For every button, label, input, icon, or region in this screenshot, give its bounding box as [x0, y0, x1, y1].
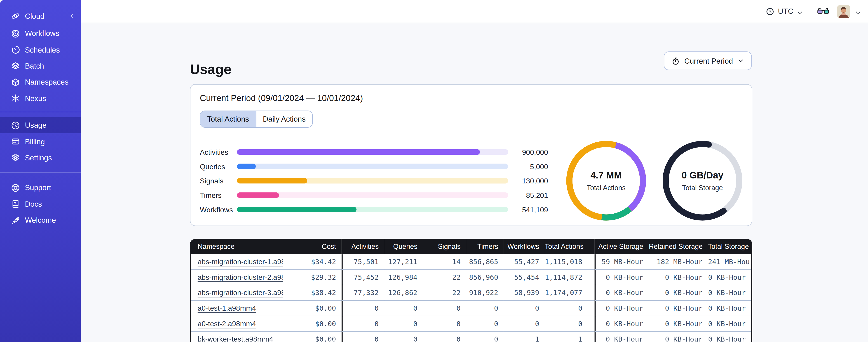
- donut-value: 4.7 MM: [591, 170, 622, 181]
- sidebar-item-nexus[interactable]: Nexus: [0, 91, 81, 107]
- table-cell: 0 KB-Hour: [708, 270, 751, 285]
- table-cell: 0: [423, 301, 466, 316]
- table-cell: 0: [423, 332, 466, 342]
- namespace-link[interactable]: abs-migration-cluster-3.a98mm4: [198, 288, 283, 297]
- table-cell: 1: [504, 332, 545, 342]
- sidebar-item-label: Schedules: [25, 45, 60, 54]
- table-cell: 0 KB-Hour: [649, 301, 708, 316]
- sidebar-brand-cloud[interactable]: Cloud: [0, 6, 81, 25]
- demo-glasses-icon[interactable]: [817, 6, 829, 16]
- donut-center-text: 0 GB/DayTotal Storage: [663, 141, 742, 220]
- total-actions-donut: 4.7 MMTotal Actions: [566, 141, 646, 220]
- action-bars-chart: Activities900,000Queries5,000Signals130,…: [200, 145, 550, 217]
- sidebar-item-label: Batch: [25, 62, 44, 70]
- namespaces-icon: [11, 78, 20, 87]
- table-cell: 1,114,872: [545, 270, 595, 285]
- namespace-cell: abs-migration-cluster-3.a98mm4: [191, 285, 283, 301]
- column-header-total-storage: Total Storage: [708, 239, 751, 254]
- namespace-link[interactable]: a0-test-1.a98mm4: [198, 304, 256, 312]
- user-menu-chevron-down-icon[interactable]: [855, 8, 861, 15]
- bar-fill: [237, 164, 256, 169]
- table-row: a0-test-1.a98mm4$0.000000000 KB-Hour0 KB…: [191, 301, 751, 316]
- table-cell: 1,174,077: [545, 285, 595, 301]
- table-cell: 126,984: [384, 270, 423, 285]
- sidebar-item-batch[interactable]: Batch: [0, 58, 81, 74]
- namespace-link[interactable]: a0-test-2.a98mm4: [198, 319, 256, 328]
- sidebar-section-nav: WorkflowsSchedulesBatchNamespacesNexus: [0, 26, 81, 107]
- namespace-link[interactable]: abs-migration-cluster-2.a98mm4: [198, 273, 283, 281]
- sidebar-item-support[interactable]: Support: [0, 180, 81, 196]
- table-cell: 0: [384, 301, 423, 316]
- sidebar-divider: [0, 112, 81, 112]
- usage-bar-row-timers: Timers85,201: [200, 188, 550, 202]
- column-header-cost: Cost: [283, 239, 342, 254]
- table-cell: 0: [545, 301, 595, 316]
- table-cell: $38.42: [283, 285, 342, 301]
- current-period-card: Current Period (09/01/2024 — 10/01/2024)…: [190, 84, 752, 226]
- table-cell: 0: [423, 316, 466, 332]
- usage-charts: Activities900,000Queries5,000Signals130,…: [200, 141, 742, 220]
- timezone-selector[interactable]: UTC: [766, 7, 803, 16]
- usage-bar-row-signals: Signals130,000: [200, 173, 550, 188]
- workflows-icon: [11, 29, 20, 38]
- chevron-down-icon: [797, 8, 803, 15]
- table-cell: 77,332: [342, 285, 384, 301]
- bar-track: [237, 207, 508, 212]
- avatar[interactable]: [837, 5, 850, 18]
- table-cell: 14: [423, 254, 466, 270]
- table-cell: 127,211: [384, 254, 423, 270]
- table-cell: 75,452: [342, 270, 384, 285]
- bar-label: Workflows: [200, 205, 237, 214]
- sidebar-item-label: Nexus: [25, 94, 46, 103]
- namespace-usage-table-wrap: NamespaceCostActivitiesQueriesSignalsTim…: [190, 239, 752, 342]
- table-cell: 0 KB-Hour: [708, 285, 751, 301]
- table-cell: 1: [545, 332, 595, 342]
- table-cell: 856,865: [466, 254, 504, 270]
- table-cell: 910,922: [466, 285, 504, 301]
- sidebar-item-label: Usage: [25, 121, 46, 130]
- table-cell: 126,862: [384, 285, 423, 301]
- sidebar-item-welcome[interactable]: Welcome: [0, 212, 81, 229]
- period-selector-button[interactable]: Current Period: [664, 52, 752, 70]
- sidebar-section-account: UsageBillingSettings: [0, 117, 81, 166]
- batch-icon: [11, 62, 20, 70]
- sidebar-item-schedules[interactable]: Schedules: [0, 42, 81, 58]
- bar-track: [237, 178, 508, 184]
- sidebar-section-help: SupportDocsWelcome: [0, 180, 81, 229]
- table-cell: $34.42: [283, 254, 342, 270]
- table-row: a0-test-2.a98mm4$0.000000000 KB-Hour0 KB…: [191, 316, 751, 332]
- sidebar-item-docs[interactable]: Docs: [0, 196, 81, 212]
- tab-total-actions[interactable]: Total Actions: [200, 111, 256, 127]
- bar-fill: [237, 178, 308, 184]
- collapse-sidebar-icon[interactable]: [69, 13, 75, 19]
- table-cell: 0: [466, 316, 504, 332]
- column-header-retained-storage: Retained Storage: [649, 239, 708, 254]
- namespace-link[interactable]: bk-worker-test.a98mm4: [198, 335, 273, 342]
- bar-track: [237, 193, 508, 198]
- sidebar-item-label: Workflows: [25, 29, 59, 38]
- bar-fill: [237, 207, 356, 212]
- main-content: Usage Current Period Current Period (09/…: [81, 23, 868, 342]
- bar-label: Queries: [200, 162, 237, 171]
- sidebar-item-usage[interactable]: Usage: [0, 117, 81, 133]
- table-cell: 75,501: [342, 254, 384, 270]
- sidebar-item-billing[interactable]: Billing: [0, 133, 81, 149]
- table-cell: 0 KB-Hour: [595, 332, 649, 342]
- table-cell: 0: [384, 316, 423, 332]
- sidebar-item-namespaces[interactable]: Namespaces: [0, 74, 81, 91]
- sidebar-item-settings[interactable]: Settings: [0, 149, 81, 166]
- namespace-usage-table: NamespaceCostActivitiesQueriesSignalsTim…: [191, 239, 751, 342]
- sidebar-item-workflows[interactable]: Workflows: [0, 26, 81, 42]
- donut-center-text: 4.7 MMTotal Actions: [566, 141, 646, 220]
- namespace-cell: a0-test-2.a98mm4: [191, 316, 283, 332]
- tab-daily-actions[interactable]: Daily Actions: [256, 111, 312, 127]
- bar-fill: [237, 149, 480, 155]
- table-cell: 241 MB-Hour: [708, 254, 751, 270]
- topbar: UTC: [81, 0, 868, 23]
- table-cell: $0.00: [283, 301, 342, 316]
- donut-label: Total Storage: [682, 184, 723, 192]
- table-cell: 856,960: [466, 270, 504, 285]
- table-cell: 0: [504, 316, 545, 332]
- namespace-link[interactable]: abs-migration-cluster-1.a98mm4: [198, 258, 283, 266]
- table-cell: 0: [384, 332, 423, 342]
